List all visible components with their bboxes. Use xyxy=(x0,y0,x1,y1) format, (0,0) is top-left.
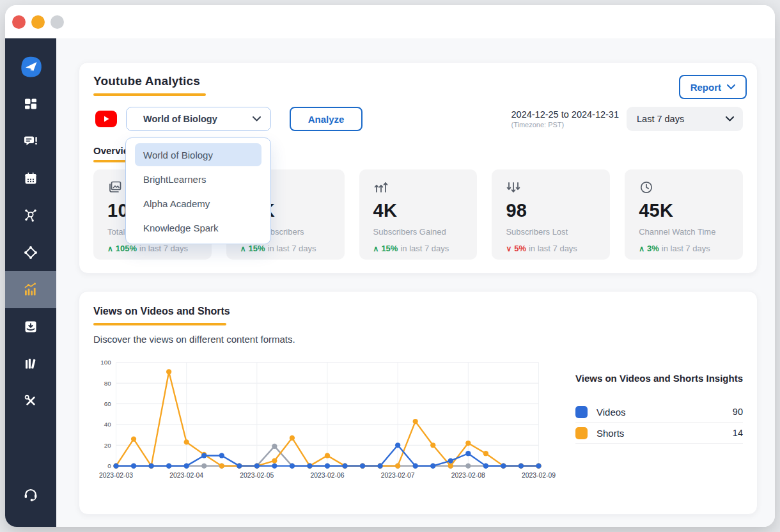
views-line-chart-svg: 0204060801002023-02-032023-02-042023-02-… xyxy=(93,356,560,483)
dropdown-item-brightlearners[interactable]: BrightLearners xyxy=(135,168,261,191)
svg-text:20: 20 xyxy=(104,442,111,449)
app-logo-icon xyxy=(17,53,44,80)
diamond-nodes-icon xyxy=(23,245,38,260)
views-chart: 0204060801002023-02-032023-02-042023-02-… xyxy=(93,356,560,486)
delta-percent: 15% xyxy=(381,244,398,253)
legend-rows: Videos 90 Shorts 14 xyxy=(575,402,743,444)
dropdown-item-alpha-academy[interactable]: Alpha Academy xyxy=(135,192,261,215)
delta-percent: 5% xyxy=(514,244,526,253)
channel-select[interactable]: World of Biology xyxy=(126,107,271,131)
svg-text:40: 40 xyxy=(104,421,111,428)
arrows-up-icon xyxy=(373,180,465,195)
sidebar-nav xyxy=(5,38,56,527)
tools-icon xyxy=(23,393,38,409)
legend-row-videos: Videos 90 xyxy=(575,402,743,423)
dashboard-icon xyxy=(23,97,38,112)
legend-row-shorts: Shorts 14 xyxy=(575,423,743,444)
chart-title-underline xyxy=(93,323,226,325)
delta-suffix: in last 7 days xyxy=(400,244,449,253)
views-chart-card: Views on Videos and Shorts Discover the … xyxy=(79,291,758,515)
chart-subtitle: Discover the views on different content … xyxy=(93,334,743,345)
svg-text:2023-02-04: 2023-02-04 xyxy=(169,472,203,479)
svg-text:2023-02-08: 2023-02-08 xyxy=(451,472,485,479)
chart-title: Views on Videos and Shorts xyxy=(93,306,743,317)
sidebar-item-network[interactable] xyxy=(5,197,56,234)
sidebar-item-dashboard[interactable] xyxy=(5,86,56,123)
close-window-button[interactable] xyxy=(12,15,26,29)
stat-card-subscribers-lost: 98 Subscribers Lost ∨5%in last 7 days xyxy=(492,169,610,260)
period-select-value: Last 7 days xyxy=(637,114,726,124)
report-button[interactable]: Report xyxy=(679,75,747,99)
stat-value: 98 xyxy=(506,200,597,221)
date-range-text: 2024-12-25 to 2024-12-31 xyxy=(511,109,620,120)
period-select[interactable]: Last 7 days xyxy=(627,107,743,131)
window-titlebar xyxy=(5,5,775,38)
delta-suffix: in last 7 days xyxy=(662,244,710,253)
main-content: Youtube Analytics Report World of Biolog… xyxy=(56,38,775,527)
network-hub-icon xyxy=(23,208,38,223)
books-icon xyxy=(23,356,38,372)
youtube-icon xyxy=(95,111,117,127)
delta-arrow-icon: ∧ xyxy=(107,244,113,253)
legend-label: Videos xyxy=(597,407,733,418)
delta-suffix: in last 7 days xyxy=(268,244,316,253)
date-range-block: 2024-12-25 to 2024-12-31 (Timezone: PST) xyxy=(511,109,620,129)
stat-delta: ∨5%in last 7 days xyxy=(506,244,597,253)
svg-text:2023-02-06: 2023-02-06 xyxy=(311,472,345,479)
title-underline xyxy=(93,93,206,96)
calendar-icon xyxy=(23,171,38,186)
svg-text:100: 100 xyxy=(100,359,111,366)
minimize-window-button[interactable] xyxy=(31,15,45,29)
sidebar-item-library[interactable] xyxy=(5,345,56,382)
stat-label: Subscribers Lost xyxy=(506,227,597,237)
stat-card-watch-time: 45K Channel Watch Time ∧3%in last 7 days xyxy=(625,169,743,260)
sidebar-item-messages[interactable] xyxy=(5,123,56,160)
timezone-note: (Timezone: PST) xyxy=(511,121,620,129)
svg-text:2023-02-09: 2023-02-09 xyxy=(522,472,556,479)
sidebar-item-shapes[interactable] xyxy=(5,234,56,271)
legend-value: 14 xyxy=(733,428,743,438)
sidebar-item-analytics[interactable] xyxy=(5,271,56,308)
inbox-download-icon xyxy=(23,319,38,334)
delta-arrow-icon: ∧ xyxy=(240,244,246,253)
sidebar-item-logo[interactable] xyxy=(5,38,56,86)
arrows-down-icon xyxy=(506,180,597,195)
clock-icon xyxy=(639,180,730,195)
sidebar-item-support[interactable] xyxy=(5,476,56,513)
dropdown-item-knowledge-spark[interactable]: Knowledge Spark xyxy=(135,216,261,239)
page-title: Youtube Analytics xyxy=(93,74,200,88)
sidebar-item-calendar[interactable] xyxy=(5,160,56,197)
stat-delta: ∧105%in last 7 days xyxy=(107,244,199,253)
delta-arrow-icon: ∧ xyxy=(639,244,644,253)
delta-percent: 15% xyxy=(249,244,265,253)
svg-text:2023-02-03: 2023-02-03 xyxy=(99,472,133,479)
dropdown-item-world-of-biology[interactable]: World of Biology xyxy=(135,143,261,166)
analytics-header-card: Youtube Analytics Report World of Biolog… xyxy=(79,62,758,274)
channel-dropdown-panel: World of Biology BrightLearners Alpha Ac… xyxy=(125,137,271,244)
sidebar-item-inbox[interactable] xyxy=(5,308,56,345)
legend-label: Shorts xyxy=(597,428,733,439)
stat-value: 4K xyxy=(373,200,465,221)
app-window: Youtube Analytics Report World of Biolog… xyxy=(5,5,775,527)
maximize-window-button[interactable] xyxy=(51,15,64,29)
svg-text:0: 0 xyxy=(107,462,111,469)
controls-row: World of Biology Analyze 2024-12-25 to 2… xyxy=(95,107,743,131)
analyze-button-label: Analyze xyxy=(308,114,345,125)
chevron-down-icon xyxy=(253,116,261,121)
sidebar-item-tools[interactable] xyxy=(5,382,56,419)
stat-delta: ∧3%in last 7 days xyxy=(639,244,730,253)
chat-alert-icon xyxy=(23,134,38,149)
headset-icon xyxy=(22,486,39,503)
delta-percent: 3% xyxy=(647,244,659,253)
analyze-button[interactable]: Analyze xyxy=(290,107,363,131)
shorts-swatch xyxy=(575,427,588,439)
insights-panel: Views on Videos and Shorts Insights Vide… xyxy=(575,373,743,444)
svg-text:2023-02-07: 2023-02-07 xyxy=(381,472,415,479)
chevron-down-icon xyxy=(726,116,734,121)
stat-delta: ∧15%in last 7 days xyxy=(240,244,332,253)
delta-percent: 105% xyxy=(116,244,137,253)
delta-arrow-icon: ∨ xyxy=(506,244,511,253)
delta-suffix: in last 7 days xyxy=(529,244,577,253)
stat-label: Subscribers Gained xyxy=(373,227,465,237)
stat-label: Channel Watch Time xyxy=(639,227,730,237)
